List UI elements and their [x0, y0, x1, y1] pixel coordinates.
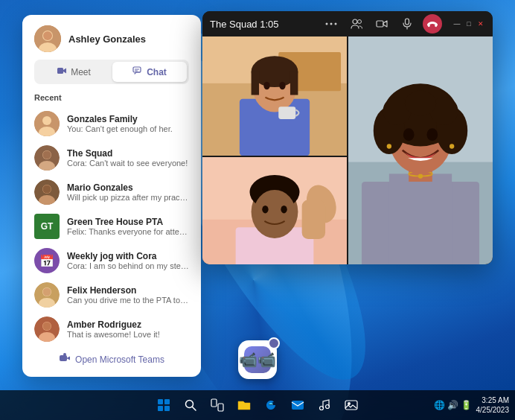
- taskbar-file-explorer[interactable]: [232, 393, 256, 417]
- video-call-title: The Squad 1:05: [210, 19, 279, 30]
- chat-name: The Squad: [67, 148, 189, 159]
- participant-video-2: [202, 157, 347, 264]
- svg-point-77: [450, 144, 454, 148]
- svg-point-75: [426, 128, 438, 141]
- teams-video-icon: 📹: [258, 351, 276, 369]
- svg-point-31: [335, 23, 337, 25]
- svg-point-18: [43, 185, 51, 194]
- date-display: 4/25/2023: [476, 405, 510, 415]
- network-icon[interactable]: 🌐: [434, 400, 445, 410]
- chat-preview: You: Can't get enough of her.: [67, 124, 189, 133]
- svg-rect-86: [292, 401, 304, 410]
- panel-header: Ashley Gonzales: [22, 15, 201, 60]
- svg-rect-46: [290, 71, 298, 95]
- taskbar: 🌐 🔊 🔋 3:25 AM 4/25/2023: [0, 390, 515, 420]
- chat-icon: [132, 66, 143, 78]
- list-item[interactable]: 📅 Weekly jog with Cora Cora: I am so beh…: [22, 244, 201, 278]
- taskbar-photos[interactable]: [339, 393, 363, 417]
- svg-point-26: [43, 322, 51, 331]
- video-call-window: The Squad 1:05: [202, 11, 493, 264]
- participant-video-1: [202, 36, 347, 156]
- teams-dock-icon[interactable]: 📹: [238, 340, 277, 379]
- list-item[interactable]: The Squad Cora: Can't wait to see everyo…: [22, 141, 201, 175]
- svg-point-28: [63, 353, 66, 356]
- svg-point-48: [279, 82, 285, 89]
- video-controls: — □ ✕: [322, 14, 485, 34]
- list-item[interactable]: Mario Gonzales Will pick up pizza after …: [22, 175, 201, 209]
- teams-notification-badge: [268, 337, 280, 349]
- participants-button[interactable]: [347, 14, 366, 34]
- list-item[interactable]: Felix Henderson Can you drive me to the …: [22, 278, 201, 312]
- svg-point-9: [42, 116, 51, 125]
- user-avatar: [34, 25, 61, 52]
- battery-icon[interactable]: 🔋: [461, 400, 472, 410]
- taskbar-mail[interactable]: [286, 393, 310, 417]
- svg-rect-45: [252, 71, 259, 95]
- svg-point-76: [387, 144, 391, 148]
- svg-rect-81: [164, 406, 170, 411]
- svg-rect-35: [406, 19, 409, 25]
- chat-name: Amber Rodriguez: [67, 319, 189, 330]
- chat-name: Gonzales Family: [67, 114, 189, 124]
- svg-rect-27: [60, 355, 67, 361]
- svg-rect-79: [164, 399, 170, 404]
- chat-info: The Squad Cora: Can't wait to see everyo…: [67, 148, 189, 168]
- taskbar-edge[interactable]: [259, 393, 283, 417]
- teams-icon: 📹: [244, 346, 271, 373]
- open-teams-link[interactable]: Open Microsoft Teams: [22, 346, 201, 368]
- end-call-button[interactable]: [423, 14, 442, 34]
- chat-avatar-calendar: 📅: [34, 248, 60, 273]
- chat-name: Weekly jog with Cora: [67, 251, 189, 261]
- tab-meet[interactable]: Meet: [36, 62, 111, 82]
- clock[interactable]: 3:25 AM 4/25/2023: [476, 395, 510, 415]
- chat-avatar: [34, 145, 60, 171]
- svg-point-73: [405, 91, 436, 116]
- svg-point-55: [254, 190, 296, 237]
- chat-name: Green Tree House PTA: [67, 217, 189, 227]
- tab-chat[interactable]: Chat: [112, 62, 187, 82]
- maximize-button[interactable]: □: [464, 19, 473, 28]
- taskbar-music[interactable]: [313, 393, 336, 417]
- teams-panel: Ashley Gonzales Meet Chat: [22, 15, 201, 377]
- svg-rect-89: [345, 401, 357, 410]
- svg-rect-4: [57, 68, 63, 74]
- svg-rect-59: [302, 200, 325, 239]
- svg-rect-63: [389, 174, 452, 264]
- taskbar-search-button[interactable]: [179, 393, 202, 417]
- camera-button[interactable]: [372, 14, 391, 34]
- tab-switcher: Meet Chat: [34, 60, 189, 84]
- chat-info: Amber Rodriguez That is awesome! Love it…: [67, 319, 189, 339]
- list-item[interactable]: GT Green Tree House PTA Felix: Thanks ev…: [22, 209, 201, 244]
- chat-preview: Felix: Thanks everyone for attending.: [67, 227, 189, 236]
- list-item[interactable]: Amber Rodriguez That is awesome! Love it…: [22, 312, 201, 346]
- svg-point-56: [262, 206, 268, 213]
- close-button[interactable]: ✕: [476, 19, 485, 28]
- more-options-button[interactable]: [322, 14, 341, 34]
- chat-avatar: [34, 179, 60, 205]
- taskbar-start-button[interactable]: [152, 393, 176, 417]
- mic-button[interactable]: [397, 14, 417, 34]
- taskbar-center: [152, 393, 363, 417]
- minimize-button[interactable]: —: [452, 19, 461, 28]
- open-teams-text: Open Microsoft Teams: [75, 354, 164, 365]
- meet-icon: [57, 66, 67, 78]
- svg-point-57: [281, 206, 287, 213]
- volume-icon[interactable]: 🔊: [447, 400, 458, 410]
- svg-point-29: [326, 23, 328, 25]
- svg-rect-84: [211, 399, 217, 407]
- svg-rect-80: [158, 406, 163, 411]
- participant-video-main: [348, 36, 493, 264]
- svg-point-14: [43, 151, 51, 159]
- chat-preview: Cora: Can't wait to see everyone!: [67, 159, 189, 168]
- chat-info: Weekly jog with Cora Cora: I am so behin…: [67, 251, 189, 270]
- svg-rect-85: [218, 404, 223, 411]
- chat-info: Gonzales Family You: Can't get enough of…: [67, 114, 189, 133]
- taskbar-right: 🌐 🔊 🔋 3:25 AM 4/25/2023: [434, 395, 516, 415]
- recent-label: Recent: [22, 92, 201, 106]
- teams-logo-icon: [59, 352, 71, 366]
- svg-rect-34: [377, 21, 383, 27]
- chat-preview: Can you drive me to the PTA today?: [67, 296, 189, 305]
- taskbar-taskview-button[interactable]: [205, 393, 229, 417]
- svg-rect-49: [278, 106, 295, 119]
- list-item[interactable]: Gonzales Family You: Can't get enough of…: [22, 106, 201, 141]
